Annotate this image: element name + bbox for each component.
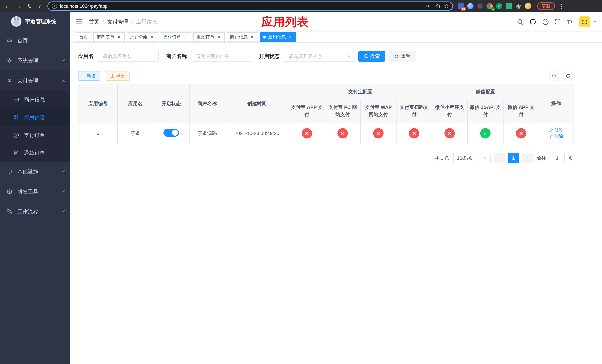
extension-icon-blue[interactable]: 10 (458, 3, 464, 9)
goto-page-input[interactable] (550, 153, 565, 163)
col-merchant: 商户名称 (189, 84, 225, 123)
gear-icon (6, 58, 13, 64)
document-icon (13, 150, 19, 156)
extensions-puzzle-icon[interactable] (515, 3, 522, 9)
cell-created: 2021-10-23 08:49:25 (225, 123, 289, 144)
search-button[interactable]: 搜索 (358, 51, 385, 62)
browser-menu-icon[interactable]: ⋮ (557, 3, 566, 10)
extension-icon-green-check[interactable]: ✓ (496, 3, 502, 9)
user-avatar[interactable] (579, 16, 590, 27)
alipay-qr-status-icon (409, 128, 419, 139)
tag-close-icon[interactable]: × (116, 34, 121, 40)
share-icon[interactable] (435, 3, 441, 9)
extension-icon-green-square[interactable] (506, 3, 512, 9)
export-button[interactable]: 导出 (106, 71, 129, 81)
breadcrumb-payment[interactable]: 支付管理 (107, 18, 128, 25)
user-menu-caret-icon[interactable] (593, 21, 596, 23)
password-key-icon[interactable] (426, 3, 431, 9)
payment-submenu: 商户信息 应用信息 ¥ 支付订单 退款订单 (0, 91, 70, 162)
page-size-select[interactable]: 10条/页 (453, 153, 491, 163)
sidebar-item-merchant-info[interactable]: 商户信息 (0, 91, 70, 108)
font-size-icon[interactable]: TT (567, 19, 573, 25)
breadcrumb-home[interactable]: 首页 (89, 18, 99, 25)
add-button[interactable]: + 新增 (78, 71, 100, 81)
col-app-name: 应用名 (118, 84, 153, 123)
sidebar-menu: 首页 系统管理 ¥ 支付管理 商户信息 (0, 31, 70, 222)
extension-icon-drop[interactable] (467, 3, 473, 9)
tag-user-group[interactable]: 用户分组 × (127, 32, 158, 42)
site-info-icon[interactable]: i (52, 3, 57, 9)
search-icon[interactable] (517, 19, 523, 25)
cell-actions: 修改删除 (539, 123, 573, 144)
tag-close-icon[interactable]: × (249, 34, 255, 40)
sidebar-item-label: 首页 (17, 37, 28, 44)
tag-app-info[interactable]: 应用信息 × (260, 32, 296, 42)
sidebar-item-refund-order[interactable]: 退款订单 (0, 144, 70, 162)
tag-close-icon[interactable]: × (183, 34, 188, 40)
next-page-button[interactable]: › (522, 153, 533, 163)
app-name-input[interactable] (98, 51, 159, 62)
tag-close-icon[interactable]: × (150, 34, 155, 40)
delete-link[interactable]: 删除 (549, 133, 563, 139)
sidebar-item-system[interactable]: 系统管理 (0, 51, 70, 71)
edit-link[interactable]: 修改 (549, 127, 563, 133)
browser-update-button[interactable]: 更新 (537, 2, 555, 10)
cell-merchant: 芋道源码 (189, 123, 225, 144)
tag-close-icon[interactable]: × (216, 34, 221, 40)
app-table: 应用编号 应用名 开启状态 商户名称 创建时间 支付宝配置 微信配置 操作 支付… (78, 84, 573, 144)
extension-icon-colorful[interactable]: 1 (486, 3, 493, 9)
collapse-sidebar-icon[interactable] (76, 20, 83, 24)
browser-chrome: ← → ↻ ⌂ i localhost:1024/pay/app ☆ 10 1 … (0, 0, 602, 12)
tag-merchant-info[interactable]: 商户信息 × (226, 32, 258, 42)
merchant-name-label: 商户名称 (166, 53, 187, 60)
extension-badge: 10 (461, 7, 466, 11)
col-wx-app: 微信 APP 支付 (503, 99, 539, 123)
chevron-down-icon (62, 189, 65, 192)
cell-app-id: 6 (78, 123, 118, 144)
refresh-icon (566, 74, 570, 78)
col-app-id: 应用编号 (78, 84, 118, 123)
status-select[interactable]: 请选择开启状态 (284, 51, 354, 62)
bookmark-star-icon[interactable]: ☆ (444, 3, 449, 9)
tag-process-form[interactable]: 流程表单 × (93, 32, 125, 42)
flow-icon (6, 209, 13, 214)
extension-icon-dark[interactable] (477, 3, 483, 9)
tag-pay-order[interactable]: 支付订单 × (160, 32, 191, 42)
browser-reload-icon[interactable]: ↻ (25, 2, 34, 11)
sidebar-item-payment[interactable]: ¥ 支付管理 (0, 71, 70, 91)
status-toggle[interactable] (163, 129, 179, 137)
browser-back-icon[interactable]: ← (3, 2, 12, 11)
browser-address-bar[interactable]: i localhost:1024/pay/app ☆ (47, 1, 453, 11)
breadcrumb-current: 应用信息 (136, 18, 157, 25)
col-alipay-wap: 支付宝 WAP 网站支付 (360, 99, 396, 123)
sidebar-item-infrastructure[interactable]: 基础设施 (0, 162, 70, 182)
cell-app-name: 芋道 (118, 123, 153, 144)
sidebar-item-app-info[interactable]: 应用信息 (0, 108, 70, 126)
sidebar-item-label: 系统管理 (17, 57, 38, 64)
page-number-current[interactable]: 1 (508, 153, 519, 163)
toggle-search-button[interactable] (549, 71, 559, 81)
sidebar-item-dev-tools[interactable]: 研发工具 (0, 182, 70, 202)
search-icon (364, 54, 368, 59)
col-wx-mini: 微信小程序支付 (432, 99, 467, 123)
tag-close-icon[interactable]: × (288, 34, 293, 40)
goto-label: 前往 (537, 155, 546, 161)
reset-button[interactable]: 重置 (389, 51, 416, 62)
prev-page-button[interactable]: ‹ (494, 153, 505, 163)
extension-icon-emoji[interactable] (525, 3, 531, 9)
sidebar-item-pay-order[interactable]: ¥ 支付订单 (0, 126, 70, 144)
browser-home-icon[interactable]: ⌂ (36, 2, 45, 11)
sidebar-item-workflow[interactable]: 工作流程 (0, 202, 70, 222)
tag-home[interactable]: 首页 (76, 32, 91, 42)
merchant-name-input[interactable] (191, 51, 251, 62)
tag-refund-order[interactable]: 退款订单 × (193, 32, 225, 42)
github-icon[interactable] (530, 19, 536, 25)
fullscreen-icon[interactable] (555, 19, 561, 25)
sidebar-item-label: 工作流程 (17, 208, 38, 215)
help-icon[interactable]: ? (543, 19, 548, 25)
wechat-app-status-icon (516, 128, 526, 139)
sidebar-item-label: 基础设施 (17, 168, 38, 175)
refresh-table-button[interactable] (563, 71, 573, 81)
sidebar-item-home[interactable]: 首页 (0, 31, 70, 51)
browser-forward-icon[interactable]: → (14, 2, 23, 11)
